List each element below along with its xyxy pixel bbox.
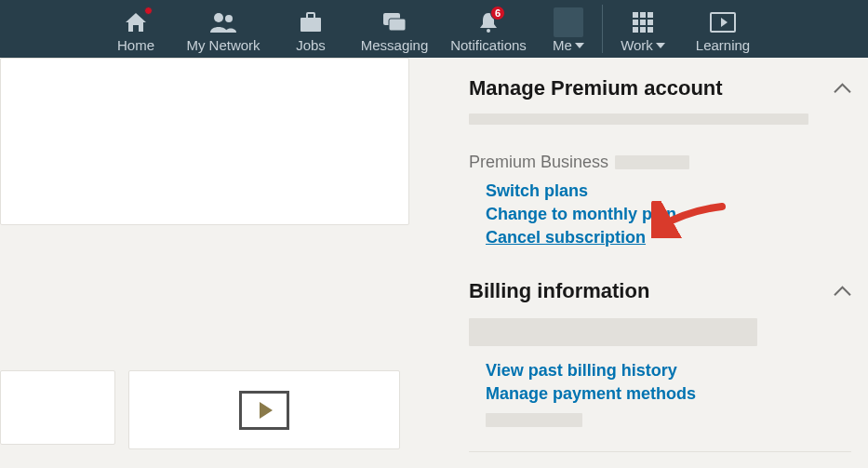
notification-badge: 6 — [490, 6, 505, 20]
billing-title: Billing information — [469, 279, 649, 303]
svg-point-1 — [225, 15, 233, 22]
premium-title: Manage Premium account — [469, 76, 723, 100]
nav-me[interactable]: Me — [537, 0, 600, 58]
chevron-down-icon — [656, 43, 665, 48]
chevron-down-icon — [575, 43, 584, 48]
notification-dot — [144, 7, 153, 15]
nav-jobs[interactable]: Jobs — [273, 0, 349, 58]
payment-methods-link[interactable]: Manage payment methods — [486, 384, 696, 404]
svg-rect-5 — [389, 19, 406, 31]
chevron-up-icon[interactable] — [835, 80, 851, 97]
nav-home[interactable]: Home — [98, 0, 174, 58]
svg-point-0 — [214, 13, 223, 22]
svg-rect-3 — [307, 13, 314, 19]
nav-network[interactable]: My Network — [174, 0, 273, 58]
premium-section: Manage Premium account Premium Business … — [469, 76, 851, 247]
switch-plans-link[interactable]: Switch plans — [486, 181, 588, 201]
bell-icon: 6 — [478, 9, 499, 35]
messaging-icon — [382, 9, 407, 35]
svg-point-6 — [487, 29, 490, 33]
billing-history-link[interactable]: View past billing history — [486, 361, 677, 381]
video-card[interactable] — [128, 370, 400, 449]
placeholder-bar — [469, 114, 808, 125]
placeholder-bar — [469, 318, 757, 346]
right-column: Manage Premium account Premium Business … — [435, 58, 868, 468]
placeholder-bar — [615, 155, 689, 169]
avatar-icon — [554, 9, 583, 35]
change-monthly-link[interactable]: Change to monthly plan — [486, 205, 676, 224]
people-icon — [209, 9, 237, 35]
left-column — [0, 58, 435, 468]
plan-label: Premium Business — [469, 153, 851, 172]
nav-separator — [602, 5, 603, 53]
nav-work[interactable]: Work — [605, 0, 681, 58]
placeholder-bar — [486, 413, 582, 427]
nav-learning[interactable]: Learning — [681, 0, 765, 58]
content-card-small — [0, 370, 115, 445]
play-icon — [239, 391, 289, 430]
chevron-up-icon[interactable] — [835, 283, 851, 300]
top-navbar: Home My Network Jobs Messaging 6 Notific… — [0, 0, 868, 58]
briefcase-icon — [299, 9, 323, 35]
cancel-subscription-link[interactable]: Cancel subscription — [486, 228, 646, 247]
main-content: Manage Premium account Premium Business … — [0, 58, 868, 468]
nav-notifications[interactable]: 6 Notifications — [440, 0, 537, 58]
svg-rect-2 — [300, 18, 321, 32]
grid-icon — [633, 9, 653, 35]
learning-icon — [710, 9, 736, 35]
nav-messaging[interactable]: Messaging — [349, 0, 440, 58]
content-card — [0, 58, 409, 225]
billing-section: Billing information View past billing hi… — [469, 279, 851, 452]
section-divider — [469, 451, 851, 452]
home-icon — [124, 9, 148, 35]
